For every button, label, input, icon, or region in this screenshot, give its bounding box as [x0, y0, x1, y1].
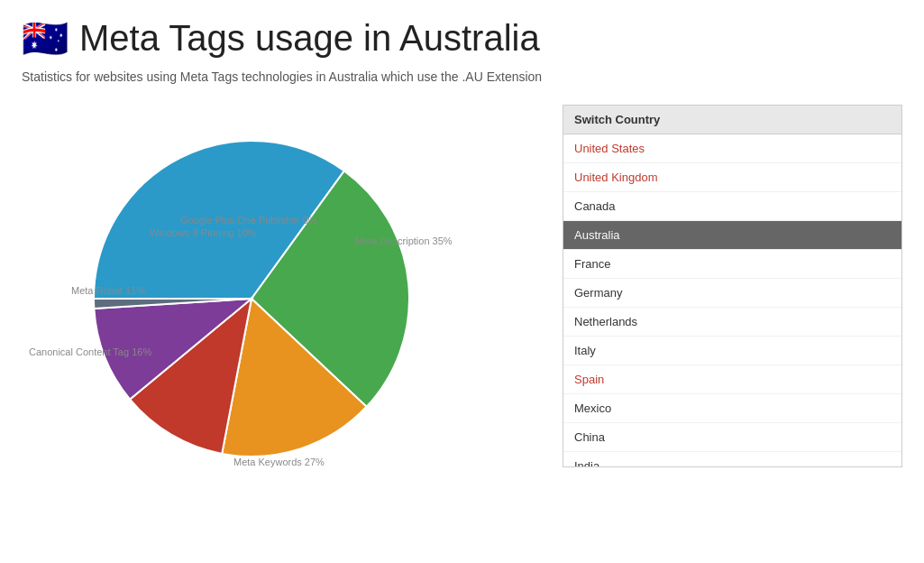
page-header: 🇦🇺 Meta Tags usage in Australia — [22, 18, 902, 59]
chart-label: Canonical Content Tag 16% — [29, 346, 151, 357]
switch-country-title: Switch Country — [563, 105, 902, 134]
pie-chart: Meta Description 35%Meta Keywords 27%Can… — [22, 105, 526, 484]
country-list-item[interactable]: Australia — [563, 221, 901, 250]
page-title: Meta Tags usage in Australia — [79, 18, 540, 59]
subtitle: Statistics for websites using Meta Tags … — [22, 68, 902, 87]
country-list-item[interactable]: China — [563, 423, 901, 452]
country-list-item[interactable]: France — [563, 250, 901, 279]
country-list-item[interactable]: Germany — [563, 279, 901, 308]
chart-label: Meta Robot 11% — [71, 285, 145, 296]
country-list-item[interactable]: Mexico — [563, 394, 901, 423]
sidebar: Switch Country United StatesUnited Kingd… — [563, 105, 902, 467]
country-list-item[interactable]: United States — [563, 134, 901, 163]
country-list-item[interactable]: Spain — [563, 365, 901, 394]
chart-label: Google Plus One Publisher 0% — [180, 215, 317, 226]
country-list-item[interactable]: India — [563, 452, 901, 467]
country-list-item[interactable]: Netherlands — [563, 308, 901, 337]
chart-label: Meta Keywords 27% — [233, 457, 325, 467]
chart-area: Meta Description 35%Meta Keywords 27%Can… — [22, 105, 526, 484]
main-content: Meta Description 35%Meta Keywords 27%Can… — [22, 105, 902, 484]
country-list-item[interactable]: Canada — [563, 192, 901, 221]
chart-label: Windows 8 Pinning 10% — [150, 227, 257, 238]
country-list-container[interactable]: United StatesUnited KingdomCanadaAustral… — [563, 134, 902, 467]
country-list-item[interactable]: Italy — [563, 337, 901, 365]
chart-label: Meta Description 35% — [355, 235, 453, 246]
flag-icon: 🇦🇺 — [22, 20, 69, 58]
country-list-item[interactable]: United Kingdom — [563, 163, 901, 192]
country-list: United StatesUnited KingdomCanadaAustral… — [563, 134, 901, 467]
